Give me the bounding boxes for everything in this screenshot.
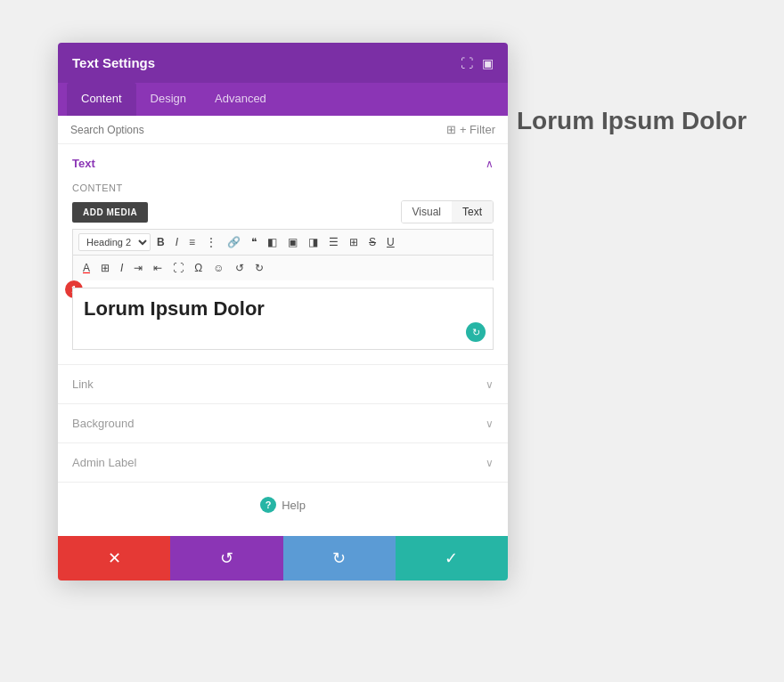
section-text-header[interactable]: Text ∧	[58, 144, 508, 183]
text-section-body: Content ADD MEDIA Visual Text Heading 2 …	[58, 183, 508, 364]
table-button[interactable]: ⊞	[345, 233, 363, 251]
toolbar-row-2: A ⊞ I ⇥ ⇤ ⛶ Ω ☺ ↺ ↻	[72, 255, 494, 280]
chevron-up-icon: ∧	[486, 158, 494, 170]
page-background-text: Lorum Ipsum Dolor	[517, 107, 747, 135]
section-link-header[interactable]: Link ∨	[58, 365, 508, 403]
align-left-button[interactable]: ◧	[263, 233, 282, 251]
align-center-button[interactable]: ▣	[283, 233, 302, 251]
outdent-button[interactable]: ⇤	[149, 259, 167, 277]
modal-header-icons: ⛶ ▣	[461, 56, 494, 70]
align-right-button[interactable]: ◨	[304, 233, 323, 251]
indent-button[interactable]: ⇥	[129, 259, 147, 277]
tab-advanced[interactable]: Advanced	[200, 83, 281, 116]
editor-heading: Lorum Ipsum Dolor	[84, 297, 482, 321]
modal-body: Text ∧ Content ADD MEDIA Visual Text Hea…	[58, 144, 508, 536]
section-text-title: Text	[72, 157, 95, 170]
tab-text[interactable]: Text	[452, 201, 493, 223]
redo-editor-button[interactable]: ↻	[250, 259, 268, 277]
search-input[interactable]	[70, 124, 446, 136]
tab-visual[interactable]: Visual	[402, 201, 452, 223]
editor-content[interactable]: Lorum Ipsum Dolor ↻	[72, 288, 494, 350]
add-media-button[interactable]: ADD MEDIA	[72, 202, 148, 223]
section-link: Link ∨	[58, 365, 508, 404]
section-background: Background ∨	[58, 404, 508, 443]
save-button[interactable]: ✓	[396, 536, 508, 581]
chevron-down-icon-bg: ∨	[486, 418, 494, 430]
modal-header: Text Settings ⛶ ▣	[58, 43, 508, 83]
filter-icon: ⊞	[446, 123, 456, 136]
cancel-button[interactable]: ✕	[58, 536, 170, 581]
underline-button[interactable]: U	[382, 233, 399, 251]
help-text[interactable]: Help	[282, 499, 306, 512]
section-link-title: Link	[72, 378, 94, 391]
filter-button[interactable]: ⊞ + Filter	[446, 123, 495, 136]
tab-design[interactable]: Design	[136, 83, 200, 116]
help-row: ? Help	[58, 483, 508, 527]
section-admin-label: Admin Label ∨	[58, 443, 508, 483]
undo-icon: ↺	[220, 548, 233, 568]
bold-button[interactable]: B	[152, 233, 169, 251]
text-settings-modal: Text Settings ⛶ ▣ Content Design Advance…	[58, 43, 508, 581]
fullscreen-editor-button[interactable]: ⛶	[168, 259, 188, 277]
paste-text-button[interactable]: ⊞	[96, 259, 114, 277]
text-color-button[interactable]: A	[78, 259, 94, 277]
unordered-list-button[interactable]: ≡	[184, 233, 200, 251]
align-justify-button[interactable]: ☰	[324, 233, 343, 251]
undo-editor-button[interactable]: ↺	[231, 259, 249, 277]
chevron-down-icon: ∨	[486, 378, 494, 391]
undo-button[interactable]: ↺	[170, 536, 282, 581]
toolbar-row-1: Heading 2 B I ≡ ⋮ 🔗 ❝ ◧ ▣ ◨ ☰ ⊞ S U	[72, 229, 494, 255]
section-text: Text ∧ Content ADD MEDIA Visual Text Hea…	[58, 144, 508, 365]
emoji-button[interactable]: ☺	[208, 259, 228, 277]
editor-wrapper: 1 Lorum Ipsum Dolor ↻	[72, 288, 494, 350]
cancel-icon: ✕	[108, 548, 121, 568]
section-background-header[interactable]: Background ∨	[58, 404, 508, 442]
chevron-down-icon-admin: ∨	[486, 457, 494, 469]
save-icon: ✓	[445, 548, 458, 568]
search-bar: ⊞ + Filter	[58, 116, 508, 144]
italic-button[interactable]: I	[171, 233, 183, 251]
columns-icon[interactable]: ▣	[482, 56, 494, 70]
sync-icon[interactable]: ↻	[466, 322, 486, 342]
modal-title: Text Settings	[72, 55, 155, 70]
redo-icon: ↻	[332, 548, 346, 568]
content-label: Content	[72, 183, 494, 193]
editor-top-bar: ADD MEDIA Visual Text	[72, 200, 494, 223]
filter-label: + Filter	[460, 123, 495, 136]
ordered-list-button[interactable]: ⋮	[201, 233, 221, 251]
redo-button[interactable]: ↻	[283, 536, 396, 581]
section-admin-label-title: Admin Label	[72, 456, 136, 469]
clear-format-button[interactable]: I	[116, 259, 127, 277]
action-bar: ✕ ↺ ↻ ✓	[58, 536, 508, 581]
section-admin-label-header[interactable]: Admin Label ∨	[58, 443, 508, 482]
modal-tabs: Content Design Advanced	[58, 83, 508, 116]
link-button[interactable]: 🔗	[223, 233, 245, 251]
special-char-button[interactable]: Ω	[190, 259, 207, 277]
strikethrough-button[interactable]: S	[364, 233, 380, 251]
editor-mode-tabs: Visual Text	[401, 200, 494, 223]
tab-content[interactable]: Content	[67, 83, 136, 116]
fullscreen-icon[interactable]: ⛶	[461, 56, 473, 70]
section-background-title: Background	[72, 417, 134, 430]
help-icon[interactable]: ?	[260, 497, 276, 513]
blockquote-button[interactable]: ❝	[247, 233, 261, 251]
heading-select[interactable]: Heading 2	[78, 233, 151, 251]
